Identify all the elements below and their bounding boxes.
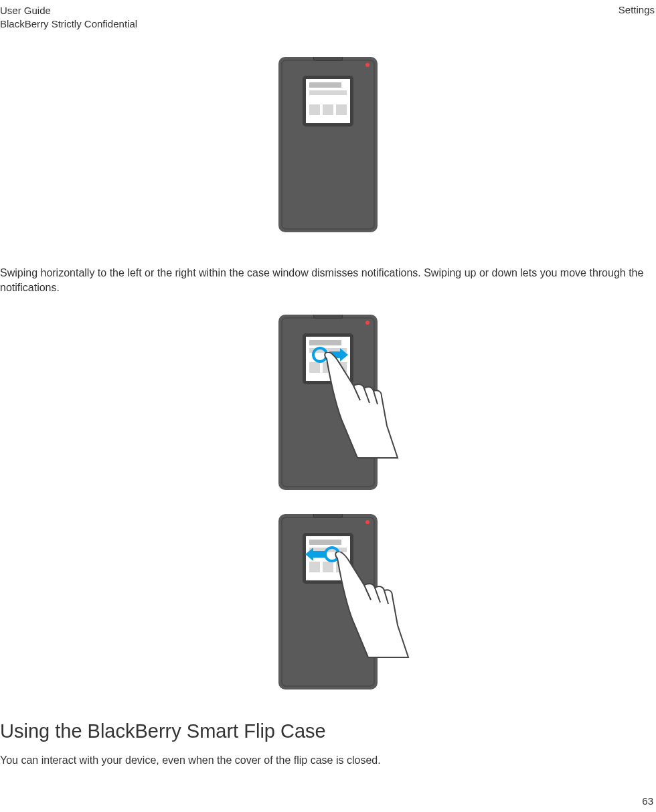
- section-name: Settings: [619, 4, 655, 15]
- page-header: User Guide BlackBerry Strictly Confident…: [0, 0, 656, 30]
- notification-led-icon: [365, 63, 370, 67]
- diagram-swipe-left: [0, 514, 656, 689]
- diagram-swipe-right: [0, 315, 656, 490]
- speaker-icon: [313, 514, 343, 518]
- section-body: You can interact with your device, even …: [0, 753, 656, 768]
- diagram-notification-window: [0, 57, 656, 232]
- arrow-left-icon: [305, 548, 313, 561]
- phone-illustration: [278, 57, 378, 232]
- content: Swiping horizontally to the left or the …: [0, 57, 656, 768]
- doc-subtitle: BlackBerry Strictly Confidential: [0, 17, 137, 31]
- page-number: 63: [642, 795, 653, 807]
- flip-case-window: [303, 76, 353, 127]
- header-right: Settings: [619, 4, 655, 30]
- hand-pointer-icon: [331, 552, 411, 659]
- speaker-icon: [313, 315, 343, 319]
- doc-title: User Guide: [0, 4, 137, 17]
- section-heading: Using the BlackBerry Smart Flip Case: [0, 720, 656, 742]
- phone-illustration: [278, 315, 378, 490]
- notification-card-icon: [306, 79, 350, 123]
- phone-illustration: [278, 514, 378, 689]
- speaker-icon: [313, 57, 343, 61]
- header-left: User Guide BlackBerry Strictly Confident…: [0, 4, 137, 30]
- hand-pointer-icon: [320, 352, 400, 459]
- swipe-description: Swiping horizontally to the left or the …: [0, 266, 656, 295]
